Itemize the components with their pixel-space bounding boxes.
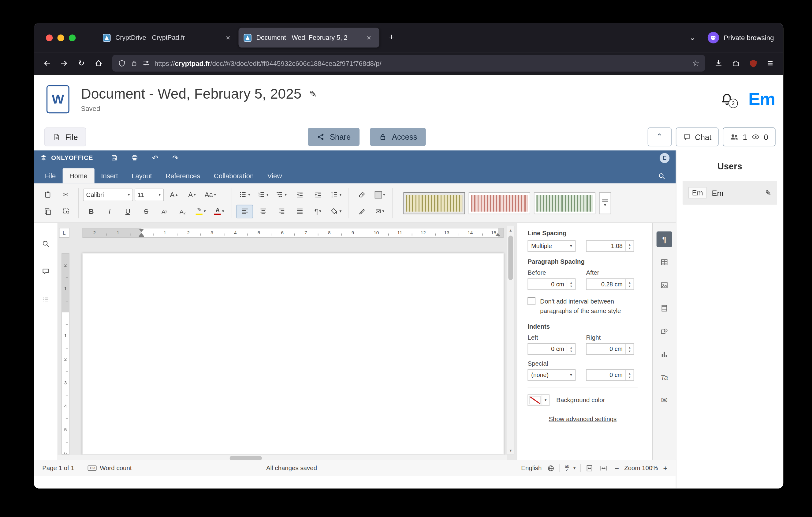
url-bar[interactable]: https://cryptpad.fr/doc/#/3/doc/edit/ff0… — [112, 55, 705, 72]
globe-icon[interactable] — [547, 464, 555, 472]
increase-font-button[interactable]: A▴ — [166, 188, 182, 201]
vertical-scroll-thumb[interactable] — [508, 236, 513, 280]
select-all-icon[interactable] — [58, 205, 74, 218]
decrease-indent-button[interactable] — [291, 188, 308, 201]
spin-down-icon[interactable]: ▼ — [570, 349, 573, 352]
list-tabs-chevron-icon[interactable]: ⌄ — [686, 31, 699, 45]
menu-tab-references[interactable]: References — [159, 168, 207, 183]
downloads-button[interactable] — [711, 55, 726, 71]
spacing-after-spinner[interactable]: 0.28 cm▲▼ — [586, 278, 634, 290]
line-spacing-spinner[interactable]: 1.08▲▼ — [586, 240, 634, 252]
strikethrough-button[interactable]: S — [138, 205, 154, 218]
hanging-indent-marker[interactable] — [139, 233, 144, 236]
account-avatar[interactable]: Em — [748, 89, 775, 109]
table-settings-icon[interactable] — [657, 254, 672, 270]
spin-down-icon[interactable]: ▼ — [628, 284, 631, 288]
spin-down-icon[interactable]: ▼ — [628, 376, 631, 379]
forward-button[interactable] — [56, 55, 72, 71]
redo-button[interactable]: ↷ — [170, 152, 181, 164]
maximize-window-button[interactable] — [69, 34, 76, 41]
menu-tab-file[interactable]: File — [38, 168, 63, 183]
edit-user-pencil-icon[interactable]: ✎ — [765, 189, 771, 197]
underline-button[interactable]: U — [120, 205, 137, 218]
close-icon[interactable]: ✕ — [223, 32, 233, 43]
font-color-button[interactable]: A▾ — [211, 205, 228, 218]
clear-style-button[interactable] — [353, 188, 370, 201]
chart-settings-icon[interactable] — [657, 346, 672, 362]
minimize-window-button[interactable] — [58, 34, 64, 41]
numbered-list-button[interactable]: ▾ — [255, 188, 271, 201]
close-icon[interactable]: ✕ — [364, 32, 374, 43]
tab-cryptdrive[interactable]: CryptDrive - CryptPad.fr ✕ — [97, 28, 239, 48]
tracking-protection-shield-icon[interactable] — [118, 59, 126, 67]
search-icon[interactable] — [658, 172, 665, 180]
share-button[interactable]: Share — [308, 128, 359, 146]
zoom-out-button[interactable]: − — [615, 464, 619, 472]
tab-document-active[interactable]: Document - Wed, February 5, 2 ✕ — [238, 28, 379, 48]
home-button[interactable] — [91, 55, 107, 71]
image-settings-icon[interactable] — [657, 277, 672, 293]
word-count-button[interactable]: 123 Word count — [88, 464, 132, 472]
extensions-button[interactable] — [728, 55, 744, 71]
spin-up-icon[interactable]: ▲ — [628, 243, 631, 246]
bookmark-star-icon[interactable]: ☆ — [692, 58, 699, 68]
increase-indent-button[interactable] — [309, 188, 326, 201]
shading-button[interactable]: ▾ — [328, 205, 345, 218]
style-thumbnail-heading[interactable] — [534, 192, 596, 214]
align-right-button[interactable] — [273, 205, 290, 218]
nonprinting-characters-button[interactable]: ¶▾ — [309, 205, 326, 218]
spin-up-icon[interactable]: ▲ — [570, 346, 573, 349]
line-spacing-select[interactable]: Multiple▾ — [527, 240, 576, 252]
mail-merge-settings-icon[interactable]: ✉ — [657, 392, 672, 408]
comments-icon[interactable] — [39, 264, 52, 278]
users-presence-button[interactable]: 1 0 — [723, 128, 776, 146]
menu-tab-collaboration[interactable]: Collaboration — [207, 168, 261, 183]
bold-button[interactable]: B — [83, 205, 100, 218]
collapse-toolbar-button[interactable]: ⌃ — [647, 128, 671, 146]
spin-down-icon[interactable]: ▼ — [628, 349, 631, 352]
new-tab-button[interactable]: + — [384, 30, 399, 45]
print-button[interactable] — [129, 152, 141, 164]
close-window-button[interactable] — [46, 34, 53, 41]
show-advanced-settings-link[interactable]: Show advanced settings — [527, 415, 638, 423]
text-art-settings-icon[interactable]: Ta — [657, 370, 672, 385]
back-button[interactable] — [39, 55, 55, 71]
reload-button[interactable]: ↻ — [74, 55, 89, 71]
copy-icon[interactable] — [39, 205, 56, 218]
spin-down-icon[interactable]: ▼ — [570, 284, 573, 288]
superscript-button[interactable]: A² — [156, 205, 173, 218]
spell-checking-button[interactable]: ab✓ ▾ — [565, 464, 576, 472]
zoom-in-button[interactable]: + — [663, 464, 668, 472]
indent-right-spinner[interactable]: 0 cm▲▼ — [586, 343, 634, 355]
tab-stop-selector[interactable]: L — [59, 228, 69, 238]
menu-tab-view[interactable]: View — [261, 168, 289, 183]
scroll-down-arrow[interactable]: ▼ — [509, 446, 513, 454]
background-color-picker[interactable]: ▾ — [527, 394, 550, 406]
left-indent-marker[interactable] — [139, 236, 144, 238]
navigation-outline-icon[interactable] — [39, 292, 52, 305]
special-indent-select[interactable]: (none)▾ — [527, 370, 576, 381]
font-name-select[interactable]: Calibri▾ — [83, 188, 133, 201]
spacing-before-spinner[interactable]: 0 cm▲▼ — [527, 278, 576, 290]
subscript-button[interactable]: A₂ — [174, 205, 191, 218]
fit-page-button[interactable] — [586, 464, 593, 472]
styles-gallery-expand-button[interactable]: ▾ — [599, 192, 611, 214]
undo-button[interactable]: ↶ — [149, 152, 161, 164]
align-left-button[interactable] — [236, 205, 253, 218]
align-center-button[interactable] — [255, 205, 271, 218]
change-case-button[interactable]: Aa▾ — [202, 188, 219, 201]
horizontal-scrollbar[interactable] — [58, 455, 507, 460]
mail-merge-button[interactable]: ✉▾ — [371, 205, 388, 218]
menu-tab-insert[interactable]: Insert — [94, 168, 125, 183]
notifications-bell-icon[interactable]: 2 — [720, 92, 734, 106]
save-button[interactable] — [109, 152, 120, 164]
first-line-indent-marker[interactable] — [139, 229, 144, 232]
spin-up-icon[interactable]: ▲ — [570, 281, 573, 284]
style-thumbnail-normal[interactable] — [403, 192, 465, 214]
paragraph-color-button[interactable]: ▾ — [371, 188, 388, 201]
justify-button[interactable] — [291, 205, 308, 218]
chat-button[interactable]: Chat — [675, 128, 719, 146]
connection-lock-icon[interactable] — [130, 59, 138, 67]
paragraph-settings-icon[interactable]: ¶ — [657, 232, 672, 247]
horizontal-scroll-thumb[interactable] — [229, 456, 262, 460]
